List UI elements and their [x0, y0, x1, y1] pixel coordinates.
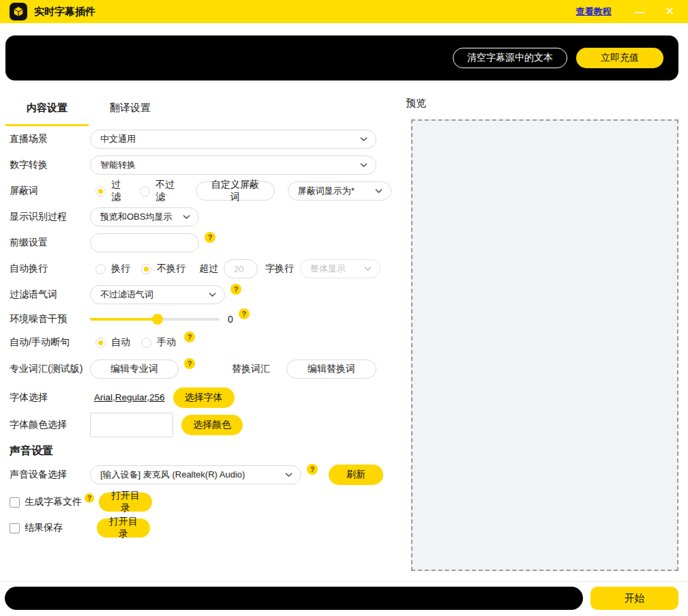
- wrap-suffix-label: 字换行: [265, 263, 294, 275]
- wrap-count-input[interactable]: [224, 259, 258, 278]
- row-blocked-words: 屏蔽词 过滤 不过滤 自定义屏蔽词 屏蔽词显示为*: [10, 178, 391, 204]
- app-title: 实时字幕插件: [34, 5, 95, 18]
- noise-slider[interactable]: [90, 318, 220, 321]
- status-bar: [5, 587, 583, 610]
- subtitle-file-checkbox[interactable]: [10, 497, 20, 508]
- row-subtitle-file: 生成字幕文件 ? 打开目录: [10, 489, 391, 515]
- chevron-down-icon: [285, 473, 293, 478]
- start-button[interactable]: 开始: [590, 587, 678, 610]
- result-save-label[interactable]: 结果保存: [25, 522, 63, 534]
- footer-divider: [0, 581, 688, 582]
- segment-auto-radio[interactable]: [95, 338, 106, 348]
- segment-help-icon[interactable]: ?: [184, 332, 195, 342]
- row-prefix: 前缀设置 ?: [10, 230, 391, 256]
- preview-title: 预览: [406, 97, 678, 110]
- prefix-input[interactable]: [90, 233, 199, 252]
- noise-label: 环境噪音干预: [10, 313, 90, 325]
- segment-manual-radio[interactable]: [141, 338, 151, 348]
- professional-help-icon[interactable]: ?: [184, 358, 195, 369]
- live-scene-label: 直播场景: [10, 133, 90, 145]
- row-recognition-display: 显示识别过程 预览和OBS均显示: [10, 204, 391, 230]
- chevron-down-icon: [183, 215, 190, 220]
- professional-label: 专业词汇(测试版): [10, 363, 90, 375]
- row-font-color: 字体颜色选择 选择颜色: [10, 411, 391, 439]
- wrap-radio-label[interactable]: 换行: [111, 263, 130, 275]
- row-filler-filter: 过滤语气词 不过滤语气词 ?: [10, 282, 391, 308]
- sound-device-help-icon[interactable]: ?: [307, 464, 318, 475]
- refresh-device-button[interactable]: 刷新: [329, 465, 383, 485]
- number-convert-label: 数字转换: [10, 159, 90, 171]
- row-font-select: 字体选择 Arial,Regular,256 选择字体: [10, 384, 391, 411]
- tab-content-settings[interactable]: 内容设置: [5, 91, 89, 126]
- close-button[interactable]: ✕: [665, 6, 674, 17]
- filler-select[interactable]: 不过滤语气词: [90, 285, 225, 304]
- row-auto-wrap: 自动换行 换行 不换行 超过 字换行 整体显示: [10, 256, 391, 282]
- number-convert-value: 智能转换: [100, 159, 136, 171]
- tab-translation-settings[interactable]: 翻译设置: [89, 91, 172, 126]
- subtitle-file-label[interactable]: 生成字幕文件: [25, 496, 82, 508]
- row-result-save: 结果保存 打开目录: [10, 515, 391, 541]
- chevron-down-icon: [209, 293, 216, 297]
- row-live-scene: 直播场景 中文通用: [10, 126, 391, 152]
- filler-help-icon[interactable]: ?: [230, 284, 241, 295]
- view-tutorial-link[interactable]: 查看教程: [576, 5, 612, 18]
- preview-panel: 预览: [406, 97, 678, 571]
- row-number-convert: 数字转换 智能转换: [10, 152, 391, 178]
- row-noise: 环境噪音干预 0 ?: [10, 308, 391, 331]
- sound-device-select[interactable]: [输入设备] 麦克风 (Realtek(R) Audio): [90, 465, 301, 484]
- filler-value: 不过滤语气词: [100, 289, 153, 301]
- choose-color-button[interactable]: 选择颜色: [181, 415, 243, 435]
- edit-replace-words-button[interactable]: 编辑替换词: [286, 360, 376, 379]
- noise-slider-thumb[interactable]: [152, 314, 163, 325]
- top-banner: 清空字幕源中的文本 立即充值: [5, 35, 678, 80]
- choose-font-button[interactable]: 选择字体: [173, 387, 235, 408]
- recharge-button[interactable]: 立即充值: [576, 48, 663, 68]
- replace-words-label: 替换词汇: [232, 363, 270, 375]
- open-subtitle-dir-button[interactable]: 打开目录: [99, 493, 152, 512]
- no-wrap-radio[interactable]: [141, 264, 151, 274]
- cube-icon: [12, 5, 25, 18]
- recognition-select[interactable]: 预览和OBS均显示: [90, 207, 199, 226]
- segment-manual-label[interactable]: 手动: [157, 336, 176, 349]
- blocked-filter-label[interactable]: 过滤: [111, 179, 129, 203]
- blocked-nofilter-radio[interactable]: [140, 186, 150, 196]
- blocked-filter-radio[interactable]: [95, 186, 106, 196]
- font-color-label: 字体颜色选择: [10, 419, 90, 431]
- chevron-down-icon: [360, 163, 368, 168]
- clear-subtitle-source-button[interactable]: 清空字幕源中的文本: [453, 48, 567, 68]
- font-color-input[interactable]: [90, 413, 173, 437]
- current-font-link[interactable]: Arial,Regular,256: [94, 392, 165, 402]
- sound-settings-title: 声音设置: [10, 444, 53, 458]
- row-sound-section: 声音设置: [10, 439, 391, 463]
- no-wrap-radio-label[interactable]: 不换行: [157, 263, 185, 275]
- result-save-checkbox[interactable]: [10, 523, 20, 533]
- noise-slider-fill: [90, 318, 158, 321]
- sound-device-value: [输入设备] 麦克风 (Realtek(R) Audio): [100, 469, 245, 481]
- wrap-radio[interactable]: [95, 264, 106, 274]
- open-result-dir-button[interactable]: 打开目录: [97, 518, 150, 538]
- row-professional-words: 专业词汇(测试版) 编辑专业词 ? 替换词汇 编辑替换词: [10, 354, 391, 384]
- prefix-label: 前缀设置: [10, 237, 90, 249]
- edit-professional-words-button[interactable]: 编辑专业词: [90, 360, 179, 379]
- live-scene-select[interactable]: 中文通用: [90, 130, 376, 149]
- settings-panel: 内容设置 翻译设置 直播场景 中文通用 数字转换 智能转换 屏蔽词 过滤 不过滤…: [10, 80, 391, 541]
- minimize-button[interactable]: —: [635, 7, 645, 17]
- custom-blocked-words-button[interactable]: 自定义屏蔽词: [196, 181, 275, 201]
- wrap-mode-select[interactable]: 整体显示: [300, 259, 380, 278]
- segment-auto-label[interactable]: 自动: [111, 336, 130, 349]
- filler-label: 过滤语气词: [10, 289, 90, 301]
- subtitle-file-help-icon[interactable]: ?: [85, 493, 94, 503]
- chevron-down-icon: [375, 189, 383, 194]
- blocked-display-as-value: 屏蔽词显示为*: [298, 185, 355, 197]
- noise-help-icon[interactable]: ?: [239, 308, 250, 319]
- prefix-help-icon[interactable]: ?: [205, 232, 215, 243]
- blocked-display-as-select[interactable]: 屏蔽词显示为*: [288, 181, 391, 201]
- chevron-down-icon: [364, 267, 372, 272]
- sound-device-label: 声音设备选择: [10, 469, 90, 481]
- blocked-nofilter-label[interactable]: 不过滤: [155, 179, 182, 203]
- chevron-down-icon: [360, 137, 368, 142]
- number-convert-select[interactable]: 智能转换: [90, 156, 376, 175]
- row-segmentation: 自动/手动断句 自动 手动 ?: [10, 331, 391, 354]
- exceed-label: 超过: [199, 263, 218, 275]
- app-logo-icon: [10, 3, 27, 20]
